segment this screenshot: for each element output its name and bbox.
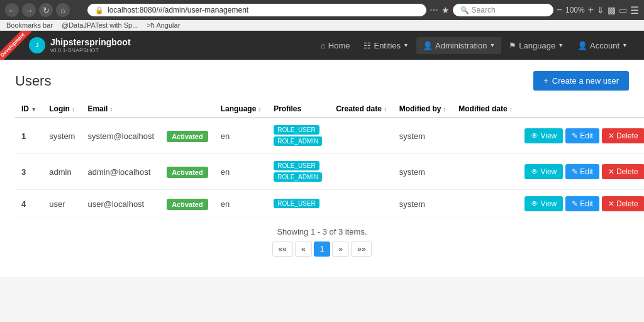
page-1-button[interactable]: 1: [314, 242, 331, 257]
dev-ribbon-container: Development: [0, 31, 38, 60]
pagination-info: Showing 1 - 3 of 3 items.: [277, 227, 367, 236]
cell-id: 3: [15, 154, 43, 190]
col-profiles-label: Profiles: [274, 104, 301, 113]
cell-created-date: [330, 154, 393, 190]
first-page-button[interactable]: ««: [272, 242, 293, 257]
language-caret-icon: ▼: [558, 42, 564, 48]
col-modified-by: Modified by ↕: [393, 101, 453, 118]
page-content: Users + Create a new user ID ▼ Login ↕ E…: [0, 60, 644, 277]
nav-item-language[interactable]: ⚑ Language ▼: [502, 37, 570, 54]
brand-version: v0.0.1-SNAPSHOT: [50, 48, 131, 53]
sort-lang-icon[interactable]: ↕: [258, 106, 262, 113]
col-language: Language ↕: [214, 101, 268, 118]
cell-modified-date: [452, 190, 518, 218]
home-browser-button[interactable]: ⌂: [56, 3, 70, 17]
cell-status: Activated: [160, 190, 214, 218]
table-body: 1 system system@localhost Activated en R…: [15, 118, 644, 218]
nav-language-label: Language: [519, 41, 555, 50]
library-button[interactable]: ▩: [608, 5, 616, 15]
role-badge: ROLE_USER: [274, 125, 319, 135]
nav-entities-label: Entities: [374, 41, 401, 50]
delete-button[interactable]: ✕ Delete: [602, 128, 644, 143]
col-modified-date: Modified date ↕: [452, 101, 518, 118]
nav-item-home[interactable]: ⌂ Home: [314, 37, 357, 54]
nav-item-entities[interactable]: ☷ Entities ▼: [357, 37, 415, 54]
url-text: localhost:8080/#/admin/user-management: [108, 6, 248, 14]
view-button[interactable]: 👁 View: [525, 164, 563, 179]
minimize-button[interactable]: −: [557, 4, 562, 16]
prev-page-button[interactable]: «: [295, 242, 312, 257]
table-header: ID ▼ Login ↕ Email ↕ Language ↕ Pro: [15, 101, 644, 118]
bookmark-star[interactable]: ★: [441, 5, 450, 15]
col-profiles: Profiles: [267, 101, 330, 118]
nav-item-administration[interactable]: 👤 Administration ▼: [416, 37, 501, 54]
menu-button[interactable]: ☰: [630, 4, 639, 16]
view-button[interactable]: 👁 View: [525, 196, 563, 211]
eye-icon: 👁: [531, 199, 538, 208]
edit-button[interactable]: ✎ Edit: [565, 164, 599, 179]
col-login-label: Login: [49, 104, 70, 113]
view-button[interactable]: 👁 View: [525, 128, 563, 143]
more-button[interactable]: ⋯: [430, 5, 438, 15]
users-table: ID ▼ Login ↕ Email ↕ Language ↕ Pro: [15, 101, 644, 218]
table-row: 1 system system@localhost Activated en R…: [15, 118, 644, 154]
url-bar[interactable]: 🔒 localhost:8080/#/admin/user-management: [87, 4, 426, 16]
bookmark-2[interactable]: >ħ Angular: [147, 21, 180, 29]
status-badge: Activated: [167, 131, 208, 142]
home-icon: ⌂: [321, 41, 326, 50]
sort-id-icon[interactable]: ▼: [31, 106, 36, 113]
cell-language: en: [214, 154, 268, 190]
nav-item-account[interactable]: 👤 Account ▼: [571, 37, 634, 54]
cell-actions: 👁 View ✎ Edit ✕ Delete: [518, 118, 644, 154]
fullscreen-button[interactable]: ▭: [619, 5, 627, 15]
download-button[interactable]: ⇓: [597, 5, 604, 15]
cell-actions: 👁 View ✎ Edit ✕ Delete: [518, 190, 644, 218]
edit-button[interactable]: ✎ Edit: [565, 196, 599, 211]
role-badge: ROLE_ADMIN: [274, 172, 322, 182]
cell-profiles: ROLE_USER: [267, 190, 330, 218]
cell-email: admin@localhost: [81, 154, 160, 190]
sort-email-icon[interactable]: ↕: [110, 106, 113, 113]
cell-created-date: [330, 190, 393, 218]
x-icon: ✕: [608, 199, 614, 208]
zoom-in-button[interactable]: +: [588, 4, 594, 16]
sort-modby-icon[interactable]: ↕: [443, 106, 447, 113]
pagination-controls: «« « 1 » »»: [272, 242, 372, 257]
cell-login: user: [43, 190, 81, 218]
cell-actions: 👁 View ✎ Edit ✕ Delete: [518, 154, 644, 190]
cell-modified-by: system: [393, 190, 453, 218]
cell-modified-date: [452, 118, 518, 154]
cell-language: en: [214, 118, 268, 154]
pagination-area: Showing 1 - 3 of 3 items. «« « 1 » »»: [15, 218, 629, 265]
x-icon: ✕: [608, 131, 614, 140]
reload-button[interactable]: ↻: [39, 3, 53, 17]
create-user-button[interactable]: + Create a new user: [533, 71, 629, 91]
col-language-label: Language: [221, 104, 257, 113]
cell-email: system@localhost: [81, 118, 160, 154]
col-email-label: Email: [87, 104, 108, 113]
brand-name: Jhipsterspringboot: [50, 37, 131, 48]
eye-icon: 👁: [531, 167, 538, 176]
sort-moddate-icon[interactable]: ↕: [509, 106, 513, 113]
next-page-button[interactable]: »: [332, 242, 349, 257]
last-page-button[interactable]: »»: [351, 242, 372, 257]
sort-created-icon[interactable]: ↕: [384, 106, 387, 113]
back-button[interactable]: ←: [5, 3, 19, 17]
cell-modified-by: system: [393, 154, 453, 190]
cell-status: Activated: [160, 154, 214, 190]
cell-id: 4: [15, 190, 43, 218]
browser-search-bar[interactable]: 🔍 Search: [453, 4, 553, 16]
table-row: 4 user user@localhost Activated en ROLE_…: [15, 190, 644, 218]
delete-button[interactable]: ✕ Delete: [602, 164, 644, 179]
dev-ribbon: Development: [0, 31, 31, 60]
entities-caret-icon: ▼: [403, 42, 409, 48]
edit-button[interactable]: ✎ Edit: [565, 128, 599, 143]
sort-login-icon[interactable]: ↕: [72, 106, 75, 113]
search-icon: 🔍: [460, 6, 469, 14]
role-badge: ROLE_ADMIN: [274, 136, 322, 146]
delete-button[interactable]: ✕ Delete: [602, 196, 644, 211]
forward-button[interactable]: →: [22, 3, 36, 17]
col-id-label: ID: [21, 104, 29, 113]
account-caret-icon: ▼: [622, 42, 628, 48]
bookmark-1[interactable]: @DataJPATest with Sp...: [62, 21, 138, 29]
